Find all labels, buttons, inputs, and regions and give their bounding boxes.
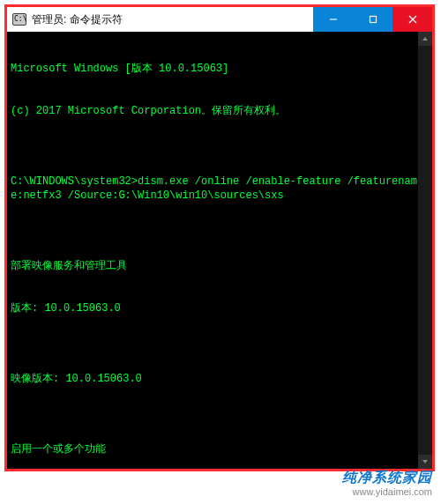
terminal-area[interactable]: Microsoft Windows [版本 10.0.15063] (c) 20… [7, 32, 432, 469]
terminal-line: 映像版本: 10.0.15063.0 [11, 372, 429, 386]
cmd-window: C:\ 管理员: 命令提示符 Microsoft Windows [版本 10.… [4, 4, 435, 471]
cmd-icon: C:\ [12, 13, 26, 26]
svg-rect-1 [370, 17, 376, 23]
terminal-line: 部署映像服务和管理工具 [11, 259, 429, 273]
chevron-up-icon [422, 35, 429, 42]
terminal-line: (c) 2017 Microsoft Corporation。保留所有权利。 [11, 104, 429, 118]
vertical-scrollbar[interactable] [418, 32, 432, 469]
window-title: 管理员: 命令提示符 [32, 12, 123, 27]
watermark-title: 纯净系统家园 [342, 471, 432, 485]
titlebar[interactable]: C:\ 管理员: 命令提示符 [7, 7, 432, 32]
svg-marker-4 [422, 37, 428, 41]
scroll-track[interactable] [418, 46, 432, 455]
maximize-button[interactable] [353, 7, 392, 32]
terminal-line: C:\WINDOWS\system32>dism.exe /online /en… [11, 174, 429, 203]
maximize-icon [369, 15, 377, 24]
minimize-icon [329, 15, 338, 24]
terminal-line: 启用一个或多个功能 [11, 442, 429, 456]
close-icon [408, 15, 417, 24]
close-button[interactable] [392, 7, 432, 32]
watermark-url: www.yidaimei.com [342, 485, 432, 499]
svg-marker-5 [422, 460, 428, 463]
prompt-prefix: C:\WINDOWS\system32> [11, 175, 138, 188]
chevron-down-icon [422, 458, 429, 465]
terminal-line: 版本: 10.0.15063.0 [11, 301, 429, 315]
minimize-button[interactable] [313, 7, 353, 32]
scroll-down-button[interactable] [418, 455, 432, 469]
scroll-up-button[interactable] [418, 32, 432, 46]
terminal-line: Microsoft Windows [版本 10.0.15063] [11, 62, 429, 76]
watermark: 纯净系统家园 www.yidaimei.com [342, 471, 432, 499]
